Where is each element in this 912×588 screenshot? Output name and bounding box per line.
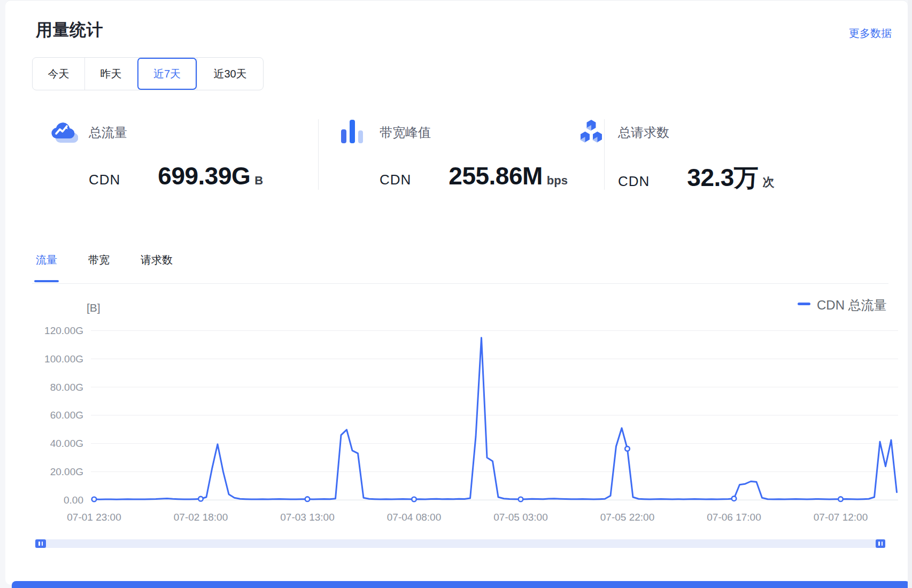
stat-label: 带宽峰值 [380,124,431,141]
slider-track[interactable] [35,539,885,548]
stat-value-row: CDN 255.86M bps [380,161,568,190]
date-range-tabs: 今天 昨天 近7天 近30天 [32,57,264,90]
cloud-traffic-icon [49,119,78,146]
stat-value: 32.3万 [687,161,758,195]
svg-text:CDN 总流量: CDN 总流量 [817,298,887,312]
stat-label: 总流量 [89,124,127,141]
requests-cubes-icon [578,119,607,146]
svg-text:07-04 08:00: 07-04 08:00 [387,512,441,523]
more-data-link[interactable]: 更多数据 [849,26,892,41]
stat-value: 699.39G [158,161,250,190]
svg-text:120.00G: 120.00G [44,325,83,336]
stat-divider [318,119,319,190]
svg-text:60.00G: 60.00G [50,409,83,421]
svg-text:07-06 17:00: 07-06 17:00 [707,512,761,523]
chart-tab-requests[interactable]: 请求数 [141,253,173,267]
bottom-blue-bar [12,581,910,588]
stat-card-total-requests: 总请求数 CDN 32.3万 次 [577,109,818,195]
stat-value: 255.86M [449,161,543,190]
active-tab-underline [34,280,59,282]
stat-value-row: CDN 699.39G B [89,161,263,190]
stat-product: CDN [380,172,411,188]
svg-text:07-05 03:00: 07-05 03:00 [493,512,547,523]
stat-unit: B [254,174,263,188]
bandwidth-bars-icon [340,119,369,146]
svg-text:[B]: [B] [87,301,101,314]
stat-product: CDN [89,172,120,188]
range-tab-7days[interactable]: 近7天 [137,58,197,90]
stat-card-total-traffic: 总流量 CDN 699.39G B [48,109,289,195]
svg-text:07-05 22:00: 07-05 22:00 [600,512,654,523]
tabs-divider [32,283,888,284]
svg-text:80.00G: 80.00G [50,382,83,393]
stat-unit: bps [547,174,568,188]
stat-unit: 次 [762,174,774,190]
range-tab-today[interactable]: 今天 [33,58,84,90]
svg-text:07-01 23:00: 07-01 23:00 [67,512,121,523]
stat-card-peak-bandwidth: 带宽峰值 CDN 255.86M bps [339,109,579,195]
chart-tab-traffic[interactable]: 流量 [36,253,57,267]
page-scrollbar[interactable] [908,0,912,588]
stat-product: CDN [618,173,650,190]
usage-line-chart: 0.0020.00G40.00G60.00G80.00G100.00G120.0… [5,289,912,543]
svg-text:100.00G: 100.00G [44,353,83,365]
svg-text:07-07 12:00: 07-07 12:00 [814,512,868,523]
usage-statistics-card: 用量统计 更多数据 今天 昨天 近7天 近30天 总流量 CDN 699.39G… [5,0,908,585]
svg-text:20.00G: 20.00G [50,466,83,477]
svg-text:0.00: 0.00 [64,494,83,506]
slider-right-handle[interactable] [876,539,885,548]
chart-tab-bandwidth[interactable]: 带宽 [88,253,110,267]
stat-value-row: CDN 32.3万 次 [618,161,774,195]
stat-label: 总请求数 [618,124,669,141]
slider-left-handle[interactable] [35,539,46,548]
range-tab-yesterday[interactable]: 昨天 [84,58,137,90]
range-tab-30days[interactable]: 近30天 [197,58,263,90]
page-title: 用量统计 [36,19,103,41]
svg-text:07-02 18:00: 07-02 18:00 [174,512,228,523]
svg-text:40.00G: 40.00G [50,438,83,449]
svg-text:07-03 13:00: 07-03 13:00 [280,512,334,523]
